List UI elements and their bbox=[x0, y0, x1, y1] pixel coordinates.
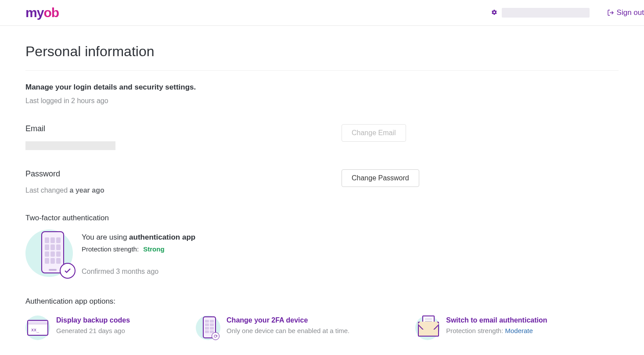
password-section: Password Last changed a year ago Change … bbox=[25, 169, 619, 194]
sign-out-link[interactable]: Sign out bbox=[607, 8, 644, 17]
moderate-link[interactable]: Moderate bbox=[505, 327, 533, 334]
password-meta-value: a year ago bbox=[70, 186, 104, 194]
email-value-redacted bbox=[25, 141, 115, 150]
refresh-icon: ⟳ bbox=[212, 332, 219, 340]
sign-out-icon bbox=[607, 9, 614, 16]
logo-letter-m: m bbox=[25, 5, 37, 20]
change-email-button[interactable]: Change Email bbox=[342, 124, 406, 142]
backup-codes-icon: xx_ bbox=[25, 316, 50, 340]
option-switch-email-desc: Protection strength: Moderate bbox=[446, 327, 547, 334]
user-name-redacted bbox=[502, 8, 590, 18]
tfa-confirmed-prefix: Confirmed bbox=[82, 268, 116, 275]
option-switch-email: Switch to email authentication Protectio… bbox=[415, 316, 547, 340]
option-change-device-desc: Only one device can be enabled at a time… bbox=[227, 327, 349, 334]
tfa-using-prefix: You are using bbox=[82, 233, 129, 241]
last-login-prefix: Last logged in bbox=[25, 97, 71, 104]
option-switch-email-link[interactable]: Switch to email authentication bbox=[446, 316, 547, 324]
option-backup-codes-desc-prefix: Generated bbox=[56, 327, 89, 334]
option-backup-codes: xx_ Display backup codes Generated 21 da… bbox=[25, 316, 130, 340]
password-meta: Last changed a year ago bbox=[25, 186, 342, 194]
tfa-confirmed-value: 3 months ago bbox=[116, 268, 158, 275]
email-label: Email bbox=[25, 124, 342, 133]
options-row: xx_ Display backup codes Generated 21 da… bbox=[25, 316, 619, 340]
option-change-device-link[interactable]: Change your 2FA device bbox=[227, 316, 349, 324]
tfa-heading: Two-factor authentication bbox=[25, 214, 619, 222]
change-password-button[interactable]: Change Password bbox=[342, 169, 419, 187]
option-backup-codes-desc-value: 21 days ago bbox=[89, 327, 125, 334]
tfa-using-method: authentication app bbox=[129, 233, 195, 241]
option-change-device-desc-text: Only one device can be enabled at a time… bbox=[227, 327, 349, 334]
logo-letter-o: o bbox=[43, 5, 51, 20]
tfa-confirmed: Confirmed 3 months ago bbox=[82, 268, 195, 276]
logo[interactable]: m y o b bbox=[25, 5, 59, 20]
gear-icon[interactable] bbox=[491, 9, 497, 17]
tfa-strength-label: Protection strength: bbox=[82, 245, 139, 253]
tfa-strength-value: Strong bbox=[143, 245, 164, 253]
page-title: Personal information bbox=[25, 43, 619, 70]
logo-letter-y: y bbox=[37, 5, 44, 20]
main-content: Personal information Manage your login d… bbox=[0, 26, 644, 349]
header-right: Sign out bbox=[491, 8, 644, 18]
app-header: m y o b Sign out bbox=[0, 0, 644, 26]
tfa-phone-icon bbox=[25, 229, 73, 277]
options-heading: Authentication app options: bbox=[25, 297, 619, 306]
option-change-device: ⟳ Change your 2FA device Only one device… bbox=[196, 316, 349, 340]
password-meta-prefix: Last changed bbox=[25, 186, 70, 194]
logo-letter-b: b bbox=[51, 5, 59, 20]
tfa-using: You are using authentication app bbox=[82, 233, 195, 242]
option-backup-codes-desc: Generated 21 days ago bbox=[56, 327, 130, 334]
password-label: Password bbox=[25, 169, 342, 179]
checkmark-icon bbox=[60, 263, 76, 279]
last-login: Last logged in 2 hours ago bbox=[25, 97, 619, 105]
last-login-value: 2 hours ago bbox=[71, 97, 108, 104]
change-device-icon: ⟳ bbox=[196, 316, 220, 340]
title-divider bbox=[25, 70, 619, 71]
page-subtitle: Manage your login details and security s… bbox=[25, 83, 619, 92]
tfa-section: Two-factor authentication You are using … bbox=[25, 214, 619, 277]
tfa-strength: Protection strength: Strong bbox=[82, 245, 195, 253]
option-switch-email-desc-prefix: Protection strength: bbox=[446, 327, 505, 334]
email-section: Email Change Email bbox=[25, 124, 619, 150]
email-auth-icon bbox=[415, 316, 440, 340]
option-backup-codes-link[interactable]: Display backup codes bbox=[56, 316, 130, 324]
sign-out-label: Sign out bbox=[617, 8, 644, 17]
